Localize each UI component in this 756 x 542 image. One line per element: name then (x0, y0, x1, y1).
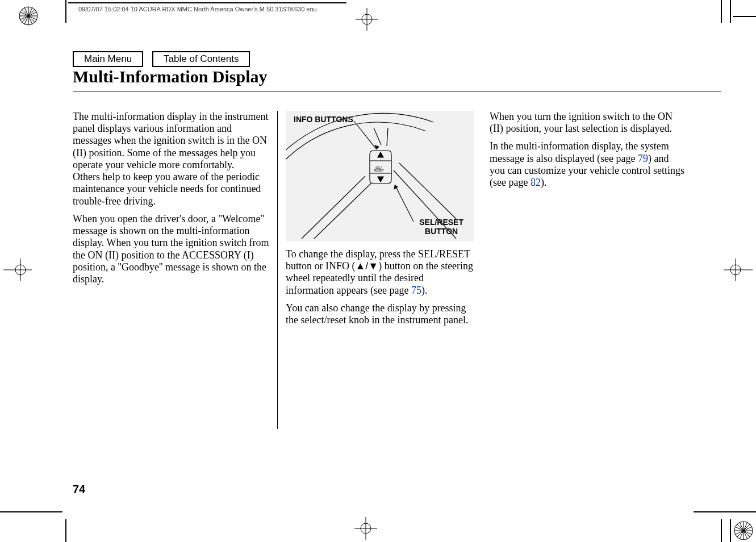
registration-radial-icon (733, 520, 754, 541)
paragraph: When you open the driver's door, a ''Wel… (73, 213, 269, 285)
crosshair-icon (356, 8, 378, 31)
crop-line-icon (694, 511, 756, 512)
page-title-block: Multi-Information Display (73, 67, 721, 91)
crop-tick-icon (730, 0, 731, 23)
crop-tick-icon (721, 519, 722, 542)
crop-tick-icon (65, 519, 66, 542)
diagram-svg: SEL/ RESET (286, 111, 474, 241)
text: ). (541, 177, 547, 188)
table-of-contents-button[interactable]: Table of Contents (152, 51, 250, 67)
text: Others help to keep you aware of the per… (73, 171, 261, 206)
paragraph: You can also change the display by press… (286, 302, 474, 326)
bottom-crop-bar (0, 497, 756, 542)
page-link-75[interactable]: 75 (411, 285, 421, 296)
up-down-triangle-icon: ▲/▼ (356, 260, 379, 272)
page-number: 74 (73, 483, 85, 496)
crop-line-icon (733, 16, 756, 17)
page-link-79[interactable]: 79 (638, 153, 648, 164)
crop-tick-icon (721, 0, 722, 23)
nav-buttons: Main Menu Table of Contents (73, 51, 250, 67)
column-3: When you turn the ignition switch to the… (482, 111, 686, 304)
column-1: The multi-information display in the ins… (73, 111, 277, 429)
column-2: INFO BUTTONS SEL/RESET BUTTON (277, 111, 482, 429)
crop-line-icon (0, 511, 62, 512)
title-rule (73, 91, 721, 91)
svg-point-1 (19, 7, 37, 25)
imprint-text: 09/07/07 15:02:04 10 ACURA RDX MMC North… (78, 6, 317, 12)
page-link-82[interactable]: 82 (531, 177, 541, 188)
text: ). (421, 285, 428, 296)
paragraph: When you turn the ignition switch to the… (490, 111, 686, 135)
crop-tick-icon (65, 0, 66, 23)
paragraph: To change the display, press the SEL/RES… (286, 248, 474, 297)
body-columns: The multi-information display in the ins… (73, 111, 686, 429)
page-title: Multi-Information Display (73, 67, 721, 89)
steering-wheel-diagram: INFO BUTTONS SEL/RESET BUTTON (286, 111, 474, 241)
crosshair-icon (354, 517, 377, 540)
paragraph: In the multi-information display, the sy… (490, 140, 686, 189)
text: The multi-information display in the ins… (73, 111, 268, 170)
crosshair-icon (3, 259, 32, 281)
crop-line-icon (68, 2, 346, 3)
registration-radial-icon (18, 6, 39, 26)
main-menu-button[interactable]: Main Menu (73, 51, 143, 67)
sel-reset-tiny2: RESET (374, 169, 384, 172)
crosshair-icon (724, 259, 753, 281)
paragraph: The multi-information display in the ins… (73, 111, 269, 207)
crop-tick-icon (730, 519, 731, 542)
